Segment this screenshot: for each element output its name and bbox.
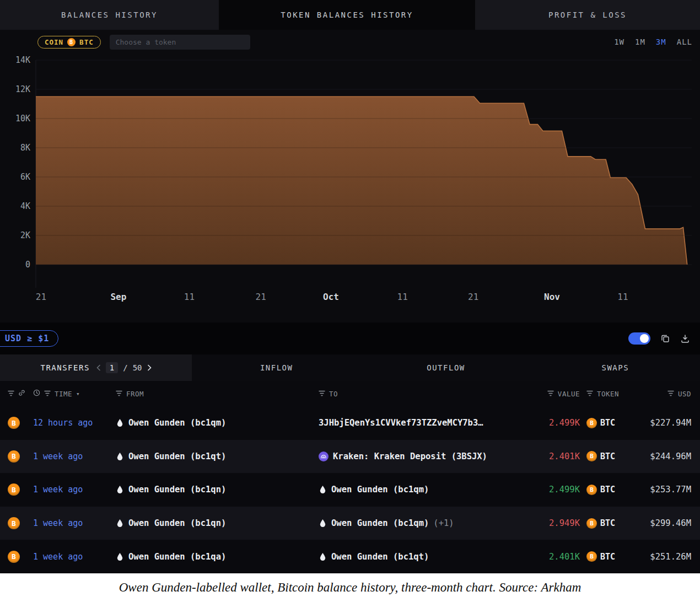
- chart-section: COIN B BTC 1W1M3MALL 14K12K10K8K6K4K2K02…: [0, 30, 700, 322]
- time-link[interactable]: 12 hours ago: [33, 418, 93, 428]
- from-entity[interactable]: Owen Gunden (bc1qm): [116, 418, 319, 428]
- to-entity[interactable]: Owen Gunden (bc1qt): [319, 552, 508, 562]
- usd-filter-pill[interactable]: USD ≥ $1: [0, 330, 58, 347]
- chevron-left-icon[interactable]: [96, 364, 101, 371]
- from-entity[interactable]: Owen Gunden (bc1qn): [116, 485, 319, 495]
- token-symbol: BTC: [600, 485, 615, 495]
- token-symbol: BTC: [600, 518, 615, 528]
- time-link[interactable]: 1 week ago: [33, 518, 83, 528]
- filter-icon[interactable]: [547, 390, 554, 398]
- token-search-input[interactable]: [110, 35, 250, 50]
- entity-icon: [116, 485, 124, 494]
- balance-area-chart[interactable]: 14K12K10K8K6K4K2K021Sep1121Oct1121Nov11: [0, 51, 700, 322]
- clock-icon: [33, 389, 40, 398]
- pagination: 1 / 50: [96, 362, 152, 373]
- filter-icon[interactable]: [8, 390, 14, 398]
- to-entity[interactable]: Owen Gunden (bc1qm): [319, 485, 508, 495]
- btc-token-icon: B: [8, 483, 20, 496]
- usd-toggle[interactable]: [628, 332, 650, 345]
- tab-outflow[interactable]: OUTFLOW: [361, 354, 530, 381]
- btc-token-icon: B: [586, 418, 597, 428]
- filter-icon[interactable]: [116, 390, 122, 398]
- table-row: B1 week agoOwen Gunden (bc1qn)Owen Gunde…: [0, 507, 700, 540]
- chevron-right-icon[interactable]: [147, 364, 152, 371]
- svg-text:Oct: Oct: [323, 292, 339, 302]
- filter-icon[interactable]: [44, 390, 51, 398]
- coin-pill-token: BTC: [79, 38, 94, 46]
- svg-text:21: 21: [468, 292, 478, 302]
- usd-cell: $253.77M: [618, 485, 691, 495]
- tab-transfers[interactable]: TRANSFERS 1 / 50: [0, 354, 192, 381]
- header-row-filters: [8, 389, 33, 398]
- current-page: 1: [106, 362, 118, 373]
- btc-token-icon: B: [586, 518, 597, 529]
- entity-icon: [116, 519, 124, 528]
- svg-text:21: 21: [36, 292, 46, 302]
- filter-icon[interactable]: [586, 390, 593, 398]
- download-icon[interactable]: [680, 334, 690, 343]
- usd-cell: $244.96M: [618, 452, 691, 461]
- range-3m[interactable]: 3M: [656, 37, 666, 46]
- svg-text:8K: 8K: [20, 143, 30, 153]
- filter-icon[interactable]: [667, 390, 674, 398]
- table-tab-bar: TRANSFERS 1 / 50 INFLOW OUTFLOW SWAPS: [0, 354, 700, 381]
- btc-icon: B: [67, 38, 76, 46]
- usd-cell: $227.94M: [618, 418, 691, 428]
- chart-controls: COIN B BTC 1W1M3MALL: [0, 30, 700, 51]
- coin-filter-pill[interactable]: COIN B BTC: [37, 36, 101, 49]
- from-entity[interactable]: Owen Gunden (bc1qa): [116, 552, 319, 562]
- token-cell: BBTC: [580, 485, 618, 495]
- to-entity[interactable]: Owen Gunden (bc1qm)(+1): [319, 518, 508, 528]
- range-1m[interactable]: 1M: [635, 37, 645, 46]
- range-1w[interactable]: 1W: [614, 37, 624, 46]
- value-cell: 2.499K: [508, 485, 580, 495]
- table-row: B1 week agoOwen Gunden (bc1qn)Owen Gunde…: [0, 473, 700, 507]
- column-token[interactable]: TOKEN: [580, 390, 618, 398]
- value-cell: 2.401K: [508, 552, 580, 562]
- from-entity[interactable]: Owen Gunden (bc1qn): [116, 518, 319, 528]
- svg-text:6K: 6K: [20, 172, 30, 182]
- column-to[interactable]: TO: [319, 390, 508, 398]
- tab-token-balances-history[interactable]: TOKEN BALANCES HISTORY: [219, 0, 475, 30]
- to-entity[interactable]: 3JHbjEQenYs1CVVkef73TZZveMCY7b3…: [319, 418, 508, 428]
- time-link[interactable]: 1 week ago: [33, 452, 83, 461]
- column-usd-label: USD: [678, 390, 691, 398]
- link-icon[interactable]: [18, 389, 25, 398]
- column-from[interactable]: FROM: [116, 390, 319, 398]
- svg-text:21: 21: [256, 292, 266, 302]
- column-from-label: FROM: [126, 390, 144, 398]
- to-entity[interactable]: Kraken: Kraken Deposit (3BSJX): [319, 452, 508, 461]
- filter-icon[interactable]: [319, 390, 325, 398]
- entity-icon: [116, 452, 124, 461]
- column-usd[interactable]: USD: [618, 390, 691, 398]
- time-link[interactable]: 1 week ago: [33, 552, 83, 562]
- range-all[interactable]: ALL: [677, 37, 692, 46]
- column-time[interactable]: TIME ▾: [33, 389, 116, 398]
- svg-text:11: 11: [617, 292, 628, 302]
- entity-icon: [116, 418, 124, 427]
- value-cell: 2.499K: [508, 418, 580, 428]
- tab-swaps[interactable]: SWAPS: [531, 354, 700, 381]
- svg-text:11: 11: [184, 292, 195, 302]
- from-entity[interactable]: Owen Gunden (bc1qt): [116, 452, 319, 461]
- entity-icon: [319, 485, 327, 494]
- tab-profit-loss[interactable]: PROFIT & LOSS: [475, 0, 700, 30]
- tab-inflow[interactable]: INFLOW: [192, 354, 361, 381]
- column-value[interactable]: VALUE: [508, 390, 580, 398]
- column-token-label: TOKEN: [597, 390, 619, 398]
- svg-text:4K: 4K: [20, 201, 30, 211]
- copy-icon[interactable]: [660, 334, 670, 343]
- time-link[interactable]: 1 week ago: [33, 485, 83, 495]
- usd-cell: $251.26M: [618, 552, 691, 562]
- table-row: B1 week agoOwen Gunden (bc1qa)Owen Gunde…: [0, 540, 700, 573]
- total-pages: 50: [133, 363, 142, 372]
- column-time-label: TIME: [55, 390, 72, 398]
- svg-text:10K: 10K: [15, 114, 30, 123]
- btc-token-icon: B: [8, 450, 20, 463]
- token-cell: BBTC: [580, 451, 618, 461]
- tab-balances-history[interactable]: BALANCES HISTORY: [0, 0, 219, 30]
- usd-cell: $299.46M: [618, 518, 691, 528]
- btc-token-icon: B: [8, 551, 20, 563]
- page-separator: /: [123, 363, 127, 372]
- svg-text:Nov: Nov: [544, 292, 560, 302]
